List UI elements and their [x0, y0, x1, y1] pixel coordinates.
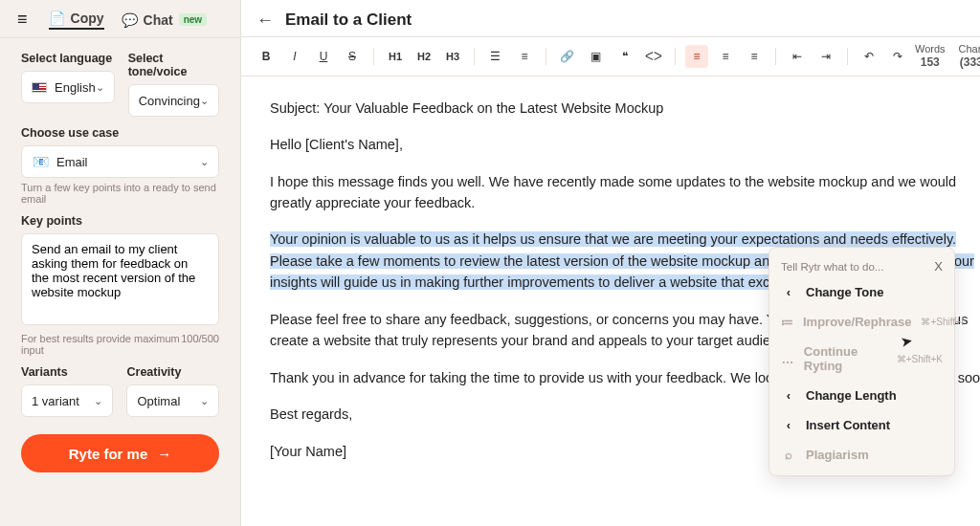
indent-button[interactable]: ⇤: [786, 45, 809, 68]
tone-select[interactable]: Convincing ⌄: [128, 84, 219, 117]
side-tabs: ≡ 📄 Copy 💬 Chat new: [0, 0, 240, 38]
usecase-label: Choose use case: [21, 126, 219, 140]
redo-button[interactable]: ↷: [886, 45, 909, 68]
words-value: 153: [915, 55, 946, 69]
language-select[interactable]: English ⌄: [21, 71, 115, 103]
number-list-button[interactable]: ≡: [513, 45, 536, 68]
chevron-down-icon: ⌄: [200, 156, 209, 168]
menu-item-insert-content[interactable]: ‹Insert Content: [769, 410, 954, 440]
tone-label: Select tone/voice: [128, 52, 219, 78]
link-button[interactable]: 🔗: [556, 45, 579, 68]
h1-button[interactable]: H1: [384, 45, 407, 68]
context-menu-placeholder[interactable]: Tell Rytr what to do...: [781, 261, 883, 273]
tab-chat-label: Chat: [144, 12, 173, 28]
menu-item-icon: ⌕: [781, 448, 796, 462]
code-button[interactable]: ᐸᐳ: [642, 45, 665, 68]
menu-item-shortcut: ⌘+Shift+K: [897, 354, 943, 364]
keypoints-input[interactable]: [21, 233, 219, 325]
bullet-list-button[interactable]: ☰: [484, 45, 507, 68]
tab-chat[interactable]: 💬 Chat new: [122, 12, 208, 28]
creativity-value: Optimal: [137, 394, 180, 408]
usecase-select[interactable]: 📧Email ⌄: [21, 145, 219, 178]
email-subject: Subject: Your Valuable Feedback on the L…: [270, 98, 980, 119]
creativity-label: Creativity: [126, 365, 218, 379]
menu-item-label: Continue Ryting: [804, 344, 887, 373]
tab-copy[interactable]: 📄 Copy: [49, 11, 104, 30]
chevron-down-icon: ⌄: [94, 395, 102, 407]
menu-item-label: Plagiarism: [806, 448, 869, 462]
keypoints-counter: 100/500: [181, 333, 219, 356]
email-icon: 📧: [32, 153, 49, 170]
words-label: Words: [915, 43, 946, 55]
chat-icon: 💬: [122, 12, 138, 28]
usecase-hint: Turn a few key points into a ready to se…: [21, 182, 219, 205]
h3-button[interactable]: H3: [441, 45, 464, 68]
context-menu: Tell Rytr what to do... X ‹Change Tone≔I…: [768, 247, 955, 476]
menu-item-icon: ‹: [781, 285, 796, 299]
chars-label: Characters: [959, 43, 980, 55]
menu-item-label: Change Tone: [806, 285, 883, 299]
h2-button[interactable]: H2: [412, 45, 435, 68]
chars-value: (333) 899: [959, 55, 980, 69]
menu-item-label: Change Length: [806, 388, 897, 403]
keypoints-label: Key points: [21, 214, 219, 228]
arrow-right-icon: →: [157, 446, 171, 462]
flag-us-icon: [32, 82, 47, 93]
menu-item-icon: ≔: [781, 315, 793, 329]
menu-item-plagiarism: ⌕Plagiarism: [769, 440, 954, 470]
page-title: Email to a Client: [285, 11, 412, 30]
chevron-down-icon: ⌄: [200, 95, 209, 107]
back-button[interactable]: ←: [256, 11, 274, 31]
email-para-1: I hope this message finds you well. We h…: [270, 171, 980, 214]
quote-button[interactable]: ❝: [613, 45, 636, 68]
variants-value: 1 variant: [32, 394, 79, 408]
menu-item-icon: ‹: [781, 418, 796, 432]
new-badge: new: [179, 13, 207, 26]
align-left-button[interactable]: ≡: [685, 45, 708, 68]
copy-icon: 📄: [49, 11, 65, 26]
variants-label: Variants: [21, 365, 113, 379]
creativity-select[interactable]: Optimal ⌄: [126, 384, 218, 417]
usecase-value: Email: [56, 155, 88, 169]
menu-item-change-tone[interactable]: ‹Change Tone: [769, 277, 954, 307]
outdent-button[interactable]: ⇥: [814, 45, 837, 68]
menu-item-label: Improve/Rephrase: [803, 315, 911, 329]
menu-item-label: Insert Content: [806, 418, 890, 432]
language-value: English: [55, 80, 96, 95]
menu-item-icon: ‹: [781, 388, 796, 403]
menu-item-continue-ryting: …Continue Ryting⌘+Shift+K: [769, 337, 954, 381]
variants-select[interactable]: 1 variant ⌄: [21, 384, 113, 417]
menu-icon[interactable]: ≡: [17, 10, 28, 30]
email-greeting: Hello [Client's Name],: [270, 134, 980, 155]
align-center-button[interactable]: ≡: [714, 45, 737, 68]
chevron-down-icon: ⌄: [200, 395, 209, 407]
chevron-down-icon: ⌄: [96, 81, 104, 94]
language-label: Select language: [21, 52, 115, 65]
align-right-button[interactable]: ≡: [743, 45, 766, 68]
menu-item-change-length[interactable]: ‹Change Length: [769, 381, 954, 410]
menu-item-shortcut: ⌘+Shift+I: [921, 317, 963, 327]
close-icon[interactable]: X: [934, 259, 943, 274]
main: ← Email to a Client ⋮ B I U S H1 H2 H3 ☰…: [241, 0, 980, 526]
stats: Words153 Characters(333) 899: [915, 43, 980, 70]
underline-button[interactable]: U: [312, 45, 335, 68]
ryte-button-label: Ryte for me: [69, 446, 148, 462]
undo-button[interactable]: ↶: [858, 45, 880, 68]
menu-item-icon: …: [781, 352, 794, 366]
italic-button[interactable]: I: [283, 45, 306, 68]
bold-button[interactable]: B: [255, 45, 278, 68]
keypoints-hint: For best results provide maximum input: [21, 333, 181, 356]
sidebar: ≡ 📄 Copy 💬 Chat new Select language Engl…: [0, 0, 241, 526]
topbar: ← Email to a Client ⋮: [241, 0, 980, 37]
tab-copy-label: Copy: [71, 11, 104, 26]
ryte-button[interactable]: Ryte for me →: [21, 434, 219, 472]
strike-button[interactable]: S: [341, 45, 364, 68]
tone-value: Convincing: [139, 94, 200, 108]
menu-item-improve-rephrase: ≔Improve/Rephrase⌘+Shift+I: [769, 307, 954, 337]
toolbar: B I U S H1 H2 H3 ☰ ≡ 🔗 ▣ ❝ ᐸᐳ ≡ ≡ ≡ ⇤ ⇥ …: [241, 37, 980, 77]
image-button[interactable]: ▣: [585, 45, 608, 68]
